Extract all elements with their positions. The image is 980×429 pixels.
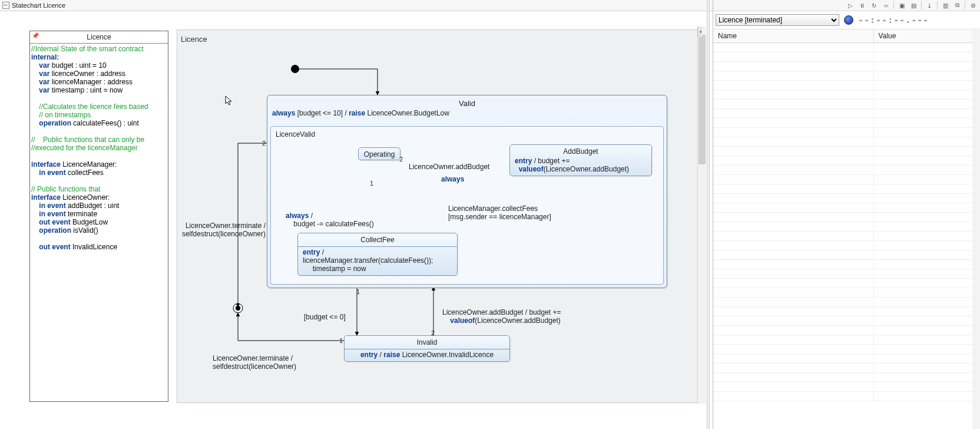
state-addbudget-title: AddBudget [510,145,651,157]
priority-valid-1: 1 [356,288,360,295]
priority-invalid-1: 1 [339,337,343,344]
table-row[interactable] [713,326,980,335]
table-row[interactable] [713,392,980,401]
table-row[interactable] [713,364,980,373]
table-row[interactable] [713,354,980,364]
table-row[interactable] [713,100,980,109]
toolbar-separator [965,1,965,9]
definition-section: 📌 Licence //Internal State of the smart … [29,31,168,402]
table-row[interactable] [713,43,980,52]
table-row[interactable] [713,118,980,128]
settings-icon[interactable]: ⚙ [969,1,977,9]
label-addbudget-to-operating: always [441,175,464,183]
table-row[interactable] [713,298,980,307]
simulation-view: ▷⏸↻⤼▣▤⤓▥⧉⚙ Licence [terminated] --:--:--… [713,0,980,429]
table-row[interactable] [713,156,980,166]
toolbar-separator [921,1,922,9]
toolbar-separator [937,1,938,9]
table-row[interactable] [713,184,980,194]
priority-valid-2: 2 [262,140,266,147]
table-row[interactable] [713,147,980,156]
priority-op-2: 2 [399,156,403,163]
table-row[interactable] [713,307,980,316]
run-icon[interactable]: ▷ [846,1,855,9]
table-row[interactable] [713,269,980,279]
simulation-session-select[interactable]: Licence [terminated] [716,14,839,26]
step-over-icon[interactable]: ⤼ [882,1,890,9]
state-operating[interactable]: Operating [358,147,400,160]
toolbar-separator [893,1,894,9]
table-row[interactable] [713,166,980,175]
scrollbar-thumb[interactable] [698,35,706,164]
table-row[interactable] [713,316,980,326]
priority-invalid-2: 2 [431,329,435,336]
tab-title: Statechart Licence [12,2,65,9]
table-row[interactable] [713,81,980,90]
table-row[interactable] [713,250,980,260]
state-collectfee-body: entry /licenceManager.transfer(calculate… [298,248,457,275]
diagram-title: Licence [181,35,207,44]
canvas-vertical-scrollbar[interactable] [697,27,706,404]
label-valid-terminate: LicenceOwner.terminate /selfdestruct(lic… [171,222,266,238]
table-row[interactable] [713,241,980,250]
table-row[interactable] [713,260,980,269]
simulation-toolbar: ▷⏸↻⤼▣▤⤓▥⧉⚙ [713,0,980,11]
simulation-status-led-icon [844,15,853,25]
state-invalid-title: Invalid [345,336,509,348]
table-row[interactable] [713,335,980,345]
column-header-value[interactable]: Value [873,29,980,43]
layout2-icon[interactable]: ⧉ [953,1,961,9]
svg-point-1 [233,303,243,313]
statechart-canvas[interactable]: Licence [177,29,698,403]
state-valid-action: always [budget <= 10] / raise LicenceOwn… [267,108,667,117]
table-row[interactable] [713,222,980,232]
definition-body[interactable]: //Internal State of the smart contractin… [30,44,168,252]
table-row[interactable] [713,71,980,81]
definition-title: Licence [87,33,111,41]
table-row[interactable] [713,62,980,71]
simulation-variables-table: Name Value [713,29,980,401]
label-operating-to-collectfee: LicenceManager.collectFees[msg.sender ==… [448,204,551,221]
state-addbudget[interactable]: AddBudget entry / budget += valueof(Lice… [509,144,652,176]
table-row[interactable] [713,194,980,203]
state-invalid-body: entry / raise LicenceOwner.InvalidLicenc… [345,351,509,361]
layout1-icon[interactable]: ▥ [941,1,949,9]
svg-point-0 [291,65,299,73]
table-row[interactable] [713,279,980,288]
table-row[interactable] [713,90,980,100]
simulation-scrollbar[interactable] [972,28,980,429]
table-row[interactable] [713,175,980,184]
priority-op-1: 1 [370,180,373,187]
state-valid[interactable]: Valid always [budget <= 10] / raise Lice… [267,95,667,288]
import-icon[interactable]: ⤓ [925,1,933,9]
table-row[interactable] [713,137,980,147]
table-row[interactable] [713,109,980,118]
state-collectfee[interactable]: CollectFee entry /licenceManager.transfe… [297,233,458,276]
column-header-name[interactable]: Name [713,29,873,43]
table-row[interactable] [713,52,980,62]
table-row[interactable] [713,213,980,222]
snapshot-icon[interactable]: ▤ [909,1,918,9]
table-row[interactable] [713,373,980,382]
table-row[interactable] [713,232,980,241]
table-row[interactable] [713,203,980,213]
table-row[interactable] [713,128,980,137]
palette-toggle[interactable]: ◂ [697,27,702,37]
definition-header: 📌 Licence [30,31,168,44]
statechart-file-icon [2,2,9,9]
pin-icon[interactable]: 📌 [32,32,39,39]
pause-icon[interactable]: ⏸ [858,1,866,9]
table-row[interactable] [713,382,980,392]
table-row[interactable] [713,288,980,298]
simulation-header: Licence [terminated] --:--:--.--- [713,11,980,29]
svg-point-2 [236,306,240,311]
table-row[interactable] [713,345,980,354]
state-invalid[interactable]: Invalid entry / raise LicenceOwner.Inval… [344,335,510,362]
label-operating-to-addbudget: LicenceOwner.addBudget [409,163,489,171]
workspace-splitter[interactable] [707,0,710,429]
restart-icon[interactable]: ▣ [898,1,906,9]
state-valid-title: Valid [267,95,667,108]
label-valid-to-invalid: [budget <= 0] [304,313,346,321]
editor-workspace: 📌 Licence //Internal State of the smart … [0,11,707,429]
stop-icon[interactable]: ↻ [870,1,878,9]
